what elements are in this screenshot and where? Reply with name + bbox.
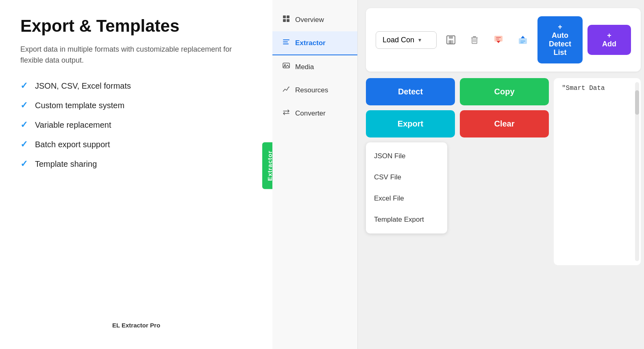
trash-button[interactable] [465, 32, 484, 48]
action-row-2: Export Clear [366, 110, 549, 137]
svg-rect-1 [287, 15, 289, 18]
load-dropdown[interactable]: Load Con ▾ [376, 31, 437, 49]
overview-icon [282, 15, 290, 25]
svg-rect-22 [496, 39, 499, 39]
side-tab[interactable]: Extractor [262, 142, 272, 189]
extractor-icon [282, 38, 290, 48]
svg-rect-3 [287, 19, 289, 22]
check-icon-4: ✓ [20, 139, 28, 150]
save-button[interactable] [442, 32, 460, 48]
feature-item-4: ✓ Batch export support [20, 139, 252, 150]
clear-button[interactable]: Clear [460, 110, 549, 137]
svg-rect-25 [520, 41, 525, 41]
chevron-down-icon: ▾ [418, 37, 421, 43]
right-panel: Load Con ▾ [358, 0, 644, 349]
export-template-option[interactable]: Template Export [366, 209, 447, 230]
export-csv-option[interactable]: CSV File [366, 167, 447, 188]
check-icon-3: ✓ [20, 120, 28, 130]
data-preview-content: "Smart Data [554, 78, 641, 98]
data-preview-panel: "Smart Data [554, 78, 641, 265]
export-up-button[interactable] [513, 32, 533, 48]
footer-label: EL Extractor Pro [112, 322, 160, 329]
check-icon-2: ✓ [20, 100, 28, 111]
detect-button[interactable]: Detect [366, 78, 455, 105]
nav-item-overview[interactable]: Overview [272, 8, 357, 31]
check-icon-5: ✓ [20, 159, 28, 169]
svg-rect-6 [283, 44, 289, 44]
feature-item-3: ✓ Variable replacement [20, 120, 252, 130]
export-excel-option[interactable]: Excel File [366, 188, 447, 209]
panel-scrollbar[interactable] [635, 82, 639, 261]
svg-rect-5 [283, 41, 288, 42]
svg-rect-26 [520, 42, 524, 43]
nav-item-converter[interactable]: Converter [272, 102, 357, 125]
svg-marker-20 [496, 41, 500, 43]
copy-button[interactable]: Copy [460, 78, 549, 105]
left-panel: Export & Templates Export data in multip… [0, 0, 272, 349]
svg-rect-10 [449, 36, 453, 39]
panel-scrollbar-thumb[interactable] [635, 90, 639, 115]
svg-rect-12 [450, 40, 451, 44]
svg-rect-2 [283, 19, 286, 22]
feature-list: ✓ JSON, CSV, Excel formats ✓ Custom temp… [20, 81, 252, 169]
svg-marker-24 [521, 36, 525, 38]
svg-rect-0 [283, 15, 286, 18]
svg-rect-21 [496, 37, 501, 38]
export-json-option[interactable]: JSON File [366, 146, 447, 167]
feature-item-5: ✓ Template sharing [20, 159, 252, 169]
check-icon-1: ✓ [20, 81, 28, 91]
feature-item-2: ✓ Custom template system [20, 100, 252, 111]
nav-item-media[interactable]: Media [272, 55, 357, 79]
feature-item-1: ✓ JSON, CSV, Excel formats [20, 81, 252, 91]
nav-item-extractor[interactable]: Extractor [272, 31, 357, 55]
media-icon [282, 62, 290, 72]
nav-item-resources[interactable]: Resources [272, 79, 357, 102]
svg-rect-4 [283, 39, 289, 40]
auto-detect-button[interactable]: + Auto Detect List [537, 16, 583, 63]
nav-panel: Overview Extractor Media Resources [272, 0, 358, 349]
export-dropdown: JSON File CSV File Excel File Template E… [366, 142, 447, 233]
page-subtitle: Export data in multiple formats with cus… [20, 44, 252, 66]
converter-icon [282, 108, 290, 118]
export-button[interactable]: Export [366, 110, 455, 137]
action-row-1: Detect Copy [366, 78, 549, 105]
resources-icon [282, 85, 290, 95]
actions-column: Detect Copy Export Clear JSON File CSV F… [366, 78, 549, 265]
top-card: Load Con ▾ [366, 8, 641, 72]
add-button[interactable]: + Add [587, 25, 631, 55]
page-title: Export & Templates [20, 16, 252, 36]
svg-rect-7 [283, 63, 289, 68]
import-down-button[interactable] [489, 32, 508, 48]
